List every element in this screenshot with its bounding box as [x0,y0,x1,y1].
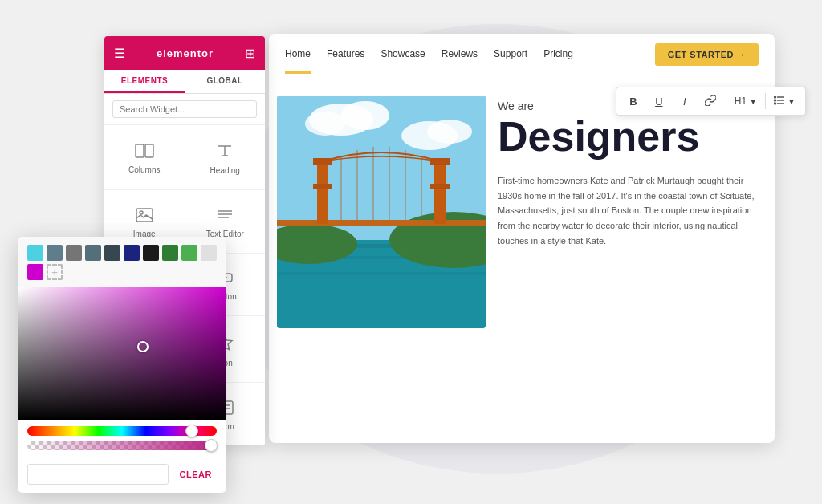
swatch-dark-grey[interactable] [85,245,101,261]
nav-cta-button[interactable]: GET STARTED → [655,43,759,66]
color-sliders [18,420,226,457]
opacity-thumb [205,439,218,452]
svg-rect-0 [136,144,144,157]
tab-elements[interactable]: ELEMENTS [104,70,185,93]
panel-logo: elementor [157,47,214,59]
heading-icon [216,143,234,161]
italic-icon: I [683,96,686,108]
widget-heading[interactable]: Heading [185,125,266,189]
content-left [269,75,478,443]
widget-columns-label: Columns [128,165,160,174]
widget-search-container [104,94,265,125]
swatch-green[interactable] [181,245,197,261]
browser-content: We are Designers First-time homeowners K… [269,75,775,443]
svg-point-49 [775,100,776,101]
underline-button[interactable]: U [649,91,669,112]
columns-icon [135,144,154,161]
color-gradient-picker[interactable] [18,287,226,420]
svg-point-25 [427,120,472,144]
svg-point-3 [140,211,143,214]
swatch-black[interactable] [143,245,159,261]
panel-tabs: ELEMENTS GLOBAL [104,70,265,94]
add-swatch-button[interactable]: + [47,264,63,280]
nav-reviews[interactable]: Reviews [442,48,478,61]
underline-icon: U [655,96,662,108]
widget-search-input[interactable] [112,100,257,118]
svg-point-50 [775,103,776,104]
list-chevron-icon: ▼ [787,97,796,106]
svg-point-48 [775,96,776,98]
color-picker: + #B72286 CLEAR [18,237,226,493]
list-icon [774,95,785,108]
swatch-cyan[interactable] [27,245,43,261]
widget-columns[interactable]: Columns [104,125,185,189]
svg-rect-36 [434,160,446,224]
heading-chevron-icon: ▼ [749,97,757,106]
swatch-dark-green[interactable] [162,245,178,261]
link-button[interactable] [700,91,721,112]
widget-heading-label: Heading [210,166,240,175]
svg-rect-33 [317,160,328,224]
swatch-magenta[interactable] [27,264,43,280]
nav-home[interactable]: Home [285,48,311,61]
swatch-grey[interactable] [66,245,82,261]
grid-icon[interactable]: ⊞ [245,46,255,61]
text-editor-icon [216,208,234,225]
heading-select[interactable]: H1 ▼ [731,94,760,108]
color-input-row: #B72286 CLEAR [18,457,226,493]
nav-features[interactable]: Features [327,48,364,61]
content-right: We are Designers First-time homeowners K… [478,75,775,443]
bold-icon: B [629,96,637,108]
bold-button[interactable]: B [623,91,644,112]
svg-rect-1 [145,144,153,157]
text-editor-toolbar: B U I H1 ▼ ▼ [616,87,806,116]
svg-rect-29 [277,272,486,275]
hex-color-input[interactable]: #B72286 [27,464,169,485]
link-icon [705,95,716,108]
panel-header: ☰ elementor ⊞ [104,36,265,70]
swatch-darker-grey[interactable] [104,245,120,261]
browser-nav: Home Features Showcase Reviews Support P… [269,34,775,75]
swatch-blue-grey[interactable] [47,245,63,261]
svg-point-23 [305,112,345,136]
hue-slider[interactable] [27,426,217,436]
hamburger-icon[interactable]: ☰ [114,46,125,61]
nav-pricing[interactable]: Pricing [543,48,573,61]
bridge-svg [277,96,486,328]
svg-rect-35 [313,184,332,189]
list-select[interactable]: ▼ [771,93,799,110]
swatch-navy[interactable] [124,245,140,261]
color-swatches: + [18,237,226,287]
italic-button[interactable]: I [674,91,695,112]
svg-point-22 [341,101,389,130]
clear-color-button[interactable]: CLEAR [175,466,217,482]
hero-description: First-time homeowners Kate and Patrick M… [498,173,755,248]
nav-support[interactable]: Support [494,48,527,61]
toolbar-separator-2 [765,93,766,109]
hue-thumb [185,425,198,437]
toolbar-separator [726,93,726,109]
gradient-surface [18,287,226,420]
svg-rect-38 [430,184,450,189]
svg-rect-32 [277,220,486,226]
svg-rect-2 [136,209,153,222]
image-icon [136,208,153,225]
nav-showcase[interactable]: Showcase [380,48,425,61]
tab-global[interactable]: GLOBAL [185,70,265,93]
opacity-slider[interactable] [27,441,217,450]
swatch-light-grey[interactable] [201,245,217,261]
bridge-image [277,96,486,328]
heading-select-label: H1 [735,96,747,107]
designers-heading: Designers [498,116,755,157]
